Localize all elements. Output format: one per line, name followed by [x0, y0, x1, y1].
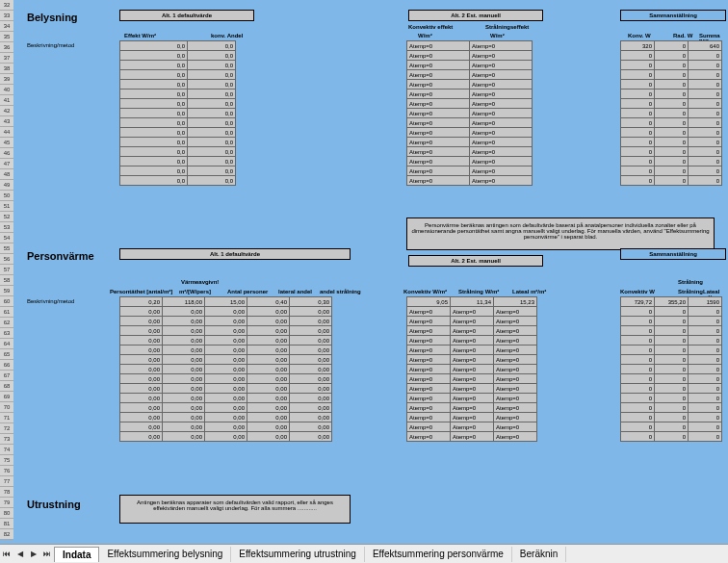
- pers-c2: m²/[W/pers]: [179, 289, 211, 294]
- pers-c5: andel strålning: [320, 289, 361, 294]
- col-effekt: Effekt W/m²: [124, 33, 156, 38]
- pers-c3: Antal personer: [227, 289, 268, 294]
- section-personvarme: Personvärme: [27, 250, 94, 262]
- row-headers: 3233343536373839404142434445464748495051…: [0, 0, 13, 540]
- pers2-c2: Strålning W/m²: [458, 289, 499, 294]
- tab-effektsummering-personvärme[interactable]: Effektsummering personvärme: [365, 547, 512, 562]
- pers-c4: lateral andel: [278, 289, 312, 294]
- alt2-header-belysning: Alt. 2 Est. manuell: [408, 10, 543, 21]
- tab-effektsummering-utrustning[interactable]: Effektsummering utrustning: [231, 547, 365, 562]
- sidelabel-2: Beskrivning/metod: [27, 298, 74, 304]
- alt1-header-pers: Alt. 1 defaultvärde: [119, 248, 351, 260]
- samman-header-pers: Sammanställning: [620, 248, 726, 260]
- pers-s-c2: Strålning: [678, 289, 703, 294]
- col-konvw: Konv. W: [628, 33, 651, 38]
- col-konv: konv. Andel: [211, 33, 243, 38]
- section-belysning: Belysning: [27, 12, 78, 23]
- pers-table-samman[interactable]: 729,72355,201590000000000000000000000000…: [620, 296, 722, 442]
- note-personvarme: Personvärme beräknas antingen som defaul…: [406, 218, 715, 250]
- tab-nav-last[interactable]: ⏭: [40, 546, 54, 563]
- section-utrustning: Utrustning: [27, 499, 81, 510]
- sidelabel-1: Beskrivning/metod: [27, 42, 74, 48]
- col-wm2: W/m²: [490, 33, 505, 38]
- pers-table-2[interactable]: 9,0511,3415,23Atemp=0Atemp=0Atemp=0Atemp…: [406, 296, 537, 442]
- belysning-table-1[interactable]: 0,00,00,00,00,00,00,00,00,00,00,00,00,00…: [119, 40, 236, 186]
- col-radw: Rad. W: [673, 33, 692, 38]
- col-wm1: W/m²: [418, 33, 432, 38]
- samman-header-belysning: Sammanställning: [620, 10, 726, 21]
- tab-nav-prev[interactable]: ◀: [13, 546, 27, 563]
- alt1-header-belysning: Alt. 1 defaultvärde: [119, 10, 254, 21]
- pers-c1: Persontäthet [antal/m²]: [110, 289, 172, 294]
- sheet-content: Belysning Alt. 1 defaultvärde Alt. 2 Est…: [13, 0, 728, 544]
- tab-indata[interactable]: Indata: [54, 547, 99, 562]
- tab-nav-first[interactable]: ⏮: [0, 546, 13, 563]
- tab-effektsummering-belysning[interactable]: Effektsummering belysning: [99, 547, 231, 562]
- note-utrustning: Antingen beräknas apparater som defaultv…: [119, 495, 351, 524]
- belysning-table-2[interactable]: Atemp=0Atemp=0Atemp=0Atemp=0Atemp=0Atemp…: [406, 40, 533, 186]
- col-konveff: Konvektiv effekt: [408, 24, 453, 30]
- belysning-table-samman[interactable]: 3200640000000000000000000000000000000000…: [620, 40, 722, 186]
- col-stral: Strålningseffekt: [485, 24, 529, 30]
- alt2-header-pers: Alt. 2 Est. manuell: [408, 255, 543, 267]
- sheet-tabbar: ⏮ ◀ ▶ ⏭ IndataEffektsummering belysningE…: [0, 544, 728, 563]
- pers2-c1: Konvektiv W/m²: [403, 289, 447, 294]
- tab-nav-next[interactable]: ▶: [27, 546, 40, 563]
- pers-s-pre: Strålning: [678, 279, 703, 285]
- pers2-c3: Lateal m²/m²: [512, 289, 546, 294]
- pers-s-c1: Konvektiv W: [620, 289, 655, 294]
- pers-pre: Värmeavgivn!: [181, 279, 219, 285]
- pers-table-1[interactable]: 0,20118,0015,000,400,300,000,000,000,000…: [119, 296, 332, 442]
- tab-beräknin[interactable]: Beräknin: [512, 547, 566, 562]
